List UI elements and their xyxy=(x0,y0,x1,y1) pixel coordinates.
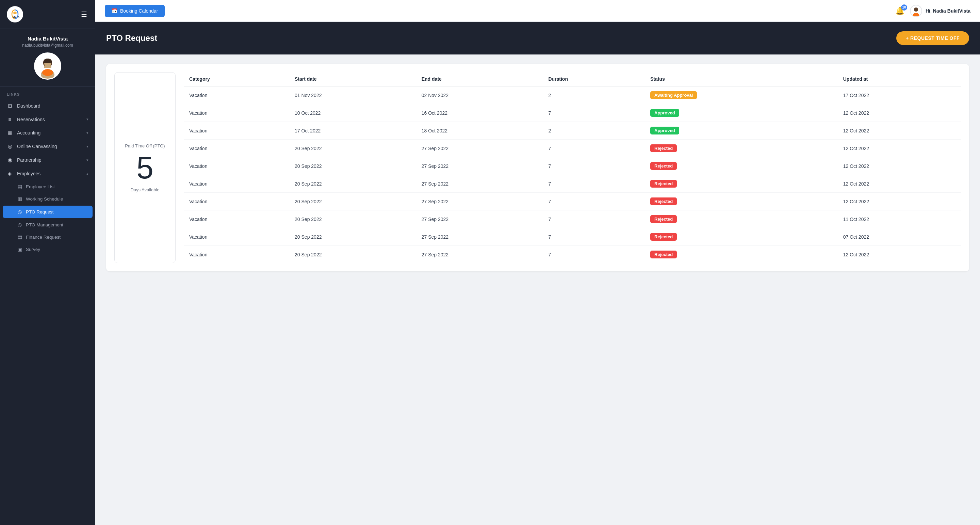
table-row: Vacation 01 Nov 2022 02 Nov 2022 2 Await… xyxy=(184,86,961,104)
table-row: Vacation 10 Oct 2022 16 Oct 2022 7 Appro… xyxy=(184,104,961,122)
sidebar-sub-item-label: Finance Request xyxy=(26,235,60,240)
hamburger-button[interactable]: ☰ xyxy=(80,9,89,20)
sidebar-item-accounting[interactable]: ▦ Accounting ▾ xyxy=(0,126,95,140)
sidebar-sub-item-label: PTO Management xyxy=(26,222,63,227)
sidebar-sub-item-label: Survey xyxy=(26,247,40,252)
cell-start-date: 20 Sep 2022 xyxy=(289,246,416,263)
cell-status: Rejected xyxy=(645,157,838,175)
cell-updated-at: 12 Oct 2022 xyxy=(838,140,961,157)
logo-circle: VISTA xyxy=(7,6,23,22)
page-header: PTO Request + REQUEST TIME OFF xyxy=(95,22,980,54)
sidebar: VISTA ☰ Nadia BukitVista nadia.bukitvist… xyxy=(0,0,95,525)
request-time-off-button[interactable]: + REQUEST TIME OFF xyxy=(896,31,969,45)
avatar xyxy=(34,53,61,80)
accounting-icon: ▦ xyxy=(7,130,13,136)
chevron-down-icon: ▾ xyxy=(86,144,89,149)
pto-table: Category Start date End date Duration St… xyxy=(184,72,961,263)
cell-duration: 7 xyxy=(543,193,645,211)
cell-category: Vacation xyxy=(184,104,289,122)
cell-end-date: 27 Sep 2022 xyxy=(416,140,543,157)
sidebar-item-employee-list[interactable]: ▤ Employee List xyxy=(0,180,95,193)
cell-status: Rejected xyxy=(645,193,838,211)
table-row: Vacation 20 Sep 2022 27 Sep 2022 7 Rejec… xyxy=(184,175,961,193)
notification-bell[interactable]: 🔔 10 xyxy=(895,6,904,15)
cell-start-date: 20 Sep 2022 xyxy=(289,175,416,193)
cell-duration: 7 xyxy=(543,246,645,263)
partnership-icon: ◉ xyxy=(7,157,13,163)
sidebar-item-finance-request[interactable]: ▤ Finance Request xyxy=(0,231,95,243)
page-title: PTO Request xyxy=(106,34,157,43)
employees-icon: ◈ xyxy=(7,171,13,177)
cell-status: Approved xyxy=(645,122,838,140)
sidebar-item-employees[interactable]: ◈ Employees ▴ xyxy=(0,167,95,180)
cell-start-date: 10 Oct 2022 xyxy=(289,104,416,122)
cell-duration: 2 xyxy=(543,86,645,104)
user-top-area[interactable]: Hi, Nadia BukitVista xyxy=(910,5,970,17)
cell-duration: 7 xyxy=(543,104,645,122)
sidebar-header: VISTA ☰ xyxy=(0,0,95,29)
table-row: Vacation 20 Sep 2022 27 Sep 2022 7 Rejec… xyxy=(184,211,961,228)
cell-start-date: 20 Sep 2022 xyxy=(289,211,416,228)
table-header: Category Start date End date Duration St… xyxy=(184,72,961,86)
status-badge: Approved xyxy=(650,127,679,134)
sidebar-sub-item-label: Employee List xyxy=(26,184,55,189)
cell-status: Approved xyxy=(645,104,838,122)
sidebar-item-dashboard[interactable]: ⊞ Dashboard xyxy=(0,99,95,113)
cell-start-date: 20 Sep 2022 xyxy=(289,157,416,175)
cell-duration: 7 xyxy=(543,211,645,228)
svg-point-11 xyxy=(914,8,918,11)
chevron-down-icon: ▾ xyxy=(86,117,89,121)
main-content: 📅 Booking Calendar 🔔 10 Hi, Nadia BukitV… xyxy=(95,0,980,525)
table-area: Category Start date End date Duration St… xyxy=(184,72,961,263)
pto-card: Paid Time Off (PTO) 5 Days Available xyxy=(115,72,176,263)
request-time-off-label: + REQUEST TIME OFF xyxy=(906,35,959,41)
cell-duration: 7 xyxy=(543,157,645,175)
reservations-icon: ≡ xyxy=(7,116,13,122)
pto-days-label: Days Available xyxy=(130,187,159,192)
cell-start-date: 01 Nov 2022 xyxy=(289,86,416,104)
status-badge: Rejected xyxy=(650,215,677,223)
cell-duration: 7 xyxy=(543,140,645,157)
svg-point-1 xyxy=(13,11,17,14)
cell-updated-at: 12 Oct 2022 xyxy=(838,122,961,140)
cell-end-date: 27 Sep 2022 xyxy=(416,246,543,263)
status-badge: Rejected xyxy=(650,251,677,259)
cell-start-date: 20 Sep 2022 xyxy=(289,228,416,246)
cell-end-date: 18 Oct 2022 xyxy=(416,122,543,140)
table-row: Vacation 20 Sep 2022 27 Sep 2022 7 Rejec… xyxy=(184,246,961,263)
logo-area: VISTA xyxy=(7,6,23,22)
sidebar-item-reservations[interactable]: ≡ Reservations ▾ xyxy=(0,113,95,126)
pto-management-icon: ◷ xyxy=(17,222,22,227)
sidebar-item-label: Dashboard xyxy=(17,103,40,109)
sidebar-item-online-canvassing[interactable]: ◎ Online Canvassing ▾ xyxy=(0,140,95,153)
cell-end-date: 02 Nov 2022 xyxy=(416,86,543,104)
sidebar-item-partnership[interactable]: ◉ Partnership ▾ xyxy=(0,153,95,167)
cell-start-date: 20 Sep 2022 xyxy=(289,193,416,211)
cell-end-date: 27 Sep 2022 xyxy=(416,175,543,193)
table-row: Vacation 20 Sep 2022 27 Sep 2022 7 Rejec… xyxy=(184,228,961,246)
cell-updated-at: 17 Oct 2022 xyxy=(838,86,961,104)
sidebar-sub-item-label: Working Schedule xyxy=(26,196,63,201)
cell-status: Awaiting Approval xyxy=(645,86,838,104)
sidebar-item-pto-management[interactable]: ◷ PTO Management xyxy=(0,219,95,231)
chevron-down-icon: ▾ xyxy=(86,158,89,163)
survey-icon: ▣ xyxy=(17,246,22,252)
online-canvassing-icon: ◎ xyxy=(7,143,13,150)
booking-calendar-button[interactable]: 📅 Booking Calendar xyxy=(105,5,165,17)
sidebar-user-name: Nadia BukitVista xyxy=(5,36,90,41)
cell-updated-at: 07 Oct 2022 xyxy=(838,228,961,246)
cell-category: Vacation xyxy=(184,211,289,228)
cell-updated-at: 12 Oct 2022 xyxy=(838,193,961,211)
cell-duration: 7 xyxy=(543,228,645,246)
cell-category: Vacation xyxy=(184,175,289,193)
status-badge: Rejected xyxy=(650,144,677,152)
sidebar-item-label: Accounting xyxy=(17,130,40,136)
col-start-date: Start date xyxy=(289,72,416,86)
table-row: Vacation 20 Sep 2022 27 Sep 2022 7 Rejec… xyxy=(184,140,961,157)
col-end-date: End date xyxy=(416,72,543,86)
chevron-up-icon: ▴ xyxy=(86,172,89,176)
sidebar-item-pto-request[interactable]: ◷ PTO Request xyxy=(3,206,92,218)
sidebar-item-working-schedule[interactable]: ▦ Working Schedule xyxy=(0,193,95,205)
pto-card-title: Paid Time Off (PTO) xyxy=(125,143,165,148)
sidebar-item-survey[interactable]: ▣ Survey xyxy=(0,243,95,255)
